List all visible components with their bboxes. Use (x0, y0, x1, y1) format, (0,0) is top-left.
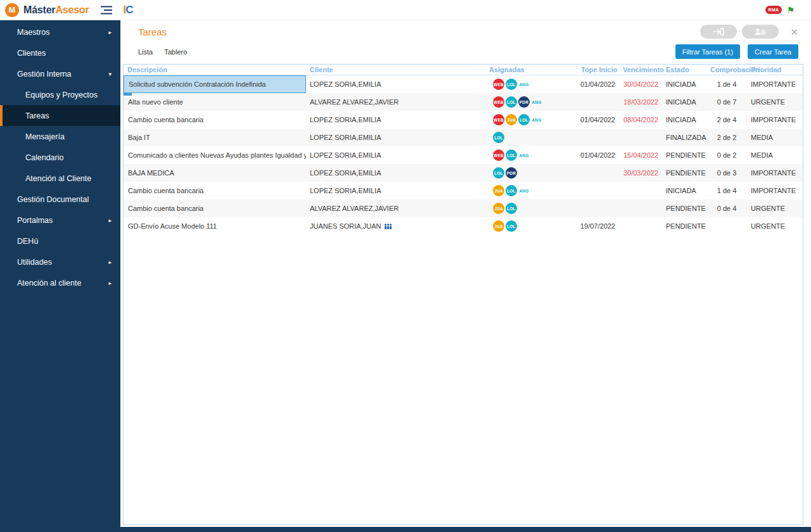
cell-tope-inicio[interactable]: 01/04/2022 (577, 75, 619, 93)
column-header-estado[interactable]: Estado (662, 66, 706, 73)
cell-asignadas[interactable]: LOLPDR (485, 164, 577, 182)
cell-comprobacion[interactable]: 1 de 4 (706, 75, 747, 93)
cell-prioridad[interactable]: IMPORTANTE (747, 75, 803, 93)
sidebar-item-gestion-interna[interactable]: Gestión Interna▾ (0, 63, 120, 84)
sidebar-item-atencion-al-cliente[interactable]: Atención al Cliente (0, 168, 120, 189)
cell-cliente[interactable]: LOPEZ SORIA,EMILIA (306, 182, 485, 200)
sidebar-item-calendario[interactable]: Calendario (0, 147, 120, 168)
column-header-descripcion[interactable]: Descripción (124, 66, 306, 73)
tab-tablero[interactable]: Tablero (164, 48, 187, 56)
user-settings-button[interactable] (742, 25, 779, 39)
cell-descripcion[interactable]: Comunicado a clientes Nuevas Ayudas plan… (124, 146, 306, 164)
cell-estado[interactable]: INICIADA (662, 111, 706, 129)
cell-estado[interactable]: PENDIENTE (662, 164, 706, 182)
filter-tasks-button[interactable]: Filtrar Tareas (1) (675, 44, 740, 59)
cell-estado[interactable]: FINALIZADA (662, 129, 706, 146)
cell-cliente[interactable]: LOPEZ SORIA,EMILIA (306, 129, 485, 146)
column-header-comprobacion[interactable]: Comprobación (706, 66, 747, 73)
cell-estado[interactable]: PENDIENTE (662, 217, 706, 235)
cell-vencimiento[interactable]: 18/03/2022 (619, 93, 662, 111)
user-badge[interactable]: RMA (765, 6, 782, 14)
cell-estado[interactable]: PENDIENTE (662, 200, 706, 217)
ic-partner-logo[interactable]: IC (123, 4, 133, 16)
cell-vencimiento[interactable]: 15/04/2022 (619, 146, 662, 164)
cell-vencimiento[interactable]: 30/03/2022 (619, 164, 662, 182)
cell-estado[interactable]: PENDIENTE (662, 146, 706, 164)
create-task-button[interactable]: Crear Tarea (748, 44, 798, 59)
menu-toggle-button[interactable] (100, 6, 113, 15)
sidebar-item-gestion-documental[interactable]: Gestión Documental (0, 189, 120, 210)
cell-descripcion[interactable]: Cambio cuenta bancaria (124, 111, 306, 129)
cell-cliente[interactable]: JUANES SORIA,JUAN (306, 217, 485, 235)
sidebar-item-portalmas[interactable]: Portalmas▸ (0, 210, 120, 231)
cell-prioridad[interactable]: MEDIA (747, 129, 803, 146)
cell-cliente[interactable]: LOPEZ SORIA,EMILIA (306, 164, 485, 182)
table-row[interactable]: Baja ITLOPEZ SORIA,EMILIALOLFINALIZADA2 … (124, 129, 803, 146)
cell-prioridad[interactable]: IMPORTANTE (747, 182, 803, 200)
cell-comprobacion[interactable]: 0 de 3 (706, 164, 747, 182)
cell-vencimiento[interactable] (619, 217, 662, 235)
cell-vencimiento[interactable] (619, 200, 662, 217)
cell-tope-inicio[interactable] (577, 182, 619, 200)
cell-prioridad[interactable]: IMPORTANTE (747, 164, 803, 182)
sidebar-item-dehu[interactable]: DEHú (0, 231, 120, 251)
column-header-cliente[interactable]: Cliente (306, 66, 485, 73)
table-row[interactable]: Alta nuevo clienteALVAREZ ALVAREZ,JAVIER… (124, 93, 803, 111)
cell-prioridad[interactable]: MEDIA (747, 146, 803, 164)
cell-prioridad[interactable]: URGENTE (747, 200, 803, 217)
cell-comprobacion[interactable]: 0 de 4 (706, 200, 747, 217)
column-header-tope-inicio[interactable]: Tope Inicio (577, 66, 619, 73)
sidebar-item-maestros[interactable]: Maestros▸ (0, 22, 120, 42)
sidebar-item-equipos-y-proyectos[interactable]: Equipos y Proyectos (0, 84, 120, 105)
cell-comprobacion[interactable] (706, 217, 747, 235)
sidebar-item-clientes[interactable]: Clientes (0, 42, 120, 63)
column-header-prioridad[interactable]: Prioridad (747, 66, 803, 73)
cell-tope-inicio[interactable]: 01/04/2022 (577, 146, 619, 164)
cell-vencimiento[interactable]: 30/04/2022 (619, 75, 662, 93)
cell-vencimiento[interactable] (619, 129, 662, 146)
cell-asignadas[interactable]: WEBLOLANG (485, 75, 577, 93)
cell-asignadas[interactable]: JUALOL (485, 217, 577, 235)
cell-prioridad[interactable]: URGENTE (747, 217, 803, 235)
cell-estado[interactable]: INICIADA (662, 93, 706, 111)
cell-cliente[interactable]: ALVAREZ ALVAREZ,JAVIER (306, 200, 485, 217)
cell-comprobacion[interactable]: 2 de 2 (706, 129, 747, 146)
sidebar-item-mensajeria[interactable]: Mensajería (0, 126, 120, 147)
close-panel-button[interactable]: ✕ (790, 27, 798, 37)
table-row[interactable]: Cambio cuenta bancariaALVAREZ ALVAREZ,JA… (124, 200, 803, 217)
cell-asignadas[interactable]: WEBLOLANG (485, 146, 577, 164)
sidebar-item-tareas[interactable]: Tareas (0, 105, 120, 126)
cell-cliente[interactable]: LOPEZ SORIA,EMILIA (306, 146, 485, 164)
cell-cliente[interactable]: LOPEZ SORIA,EMILIA (306, 75, 485, 93)
cell-prioridad[interactable]: URGENTE (747, 93, 803, 111)
table-row[interactable]: Cambio cuenta bancariaLOPEZ SORIA,EMILIA… (124, 182, 803, 200)
cell-descripcion[interactable]: Alta nuevo cliente (124, 93, 306, 111)
sidebar-item-atencion-al-cliente[interactable]: Atención al cliente▸ (0, 272, 120, 293)
table-row[interactable]: BAJA MEDICALOPEZ SORIA,EMILIALOLPDR30/03… (124, 164, 803, 182)
cell-descripcion[interactable]: Solicitud subvención Contratación Indefi… (124, 75, 306, 93)
table-row[interactable]: Cambio cuenta bancariaLOPEZ SORIA,EMILIA… (124, 111, 803, 129)
cell-estado[interactable]: INICIADA (662, 75, 706, 93)
column-header-asignadas[interactable]: Asignadas (485, 66, 577, 73)
cell-cliente[interactable]: ALVAREZ ALVAREZ,JAVIER (306, 93, 485, 111)
cell-asignadas[interactable]: JUALOLANG (485, 182, 577, 200)
sidebar-item-utilidades[interactable]: Utilidades▸ (0, 251, 120, 272)
cell-asignadas[interactable]: WEBJUALOLANG (485, 111, 577, 129)
table-row[interactable]: GD-Envío Acuse Modelo 111JUANES SORIA,JU… (124, 217, 803, 235)
cell-asignadas[interactable]: LOL (485, 129, 577, 146)
cell-tope-inicio[interactable]: 19/07/2022 (577, 217, 619, 235)
cell-tope-inicio[interactable] (577, 129, 619, 146)
cell-asignadas[interactable]: JUALOL (485, 200, 577, 217)
cell-tope-inicio[interactable]: 01/04/2022 (577, 111, 619, 129)
cell-comprobacion[interactable]: 0 de 7 (706, 93, 747, 111)
cell-vencimiento[interactable]: 08/04/2022 (619, 111, 662, 129)
tab-lista[interactable]: Lista (138, 48, 153, 56)
cell-estado[interactable]: INICIADA (662, 182, 706, 200)
cell-asignadas[interactable]: WEBLOLPDRANG (485, 93, 577, 111)
cell-comprobacion[interactable]: 1 de 4 (706, 182, 747, 200)
cell-tope-inicio[interactable] (577, 200, 619, 217)
cell-descripcion[interactable]: Cambio cuenta bancaria (124, 182, 306, 200)
cell-tope-inicio[interactable] (577, 93, 619, 111)
cell-descripcion[interactable]: Baja IT (124, 129, 306, 146)
cell-tope-inicio[interactable] (577, 164, 619, 182)
